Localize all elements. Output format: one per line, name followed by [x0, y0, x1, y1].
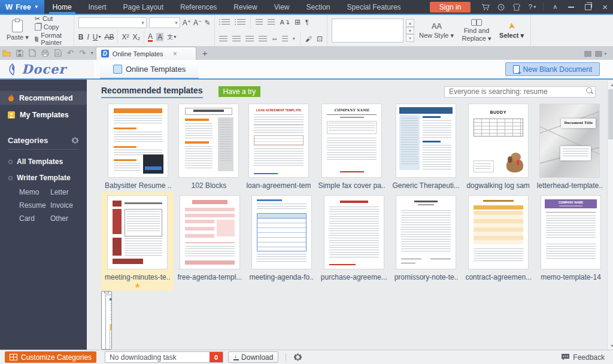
template-card[interactable]: free-agenda-templ... [174, 192, 245, 291]
settings-gear-icon[interactable] [293, 353, 302, 362]
subcategory-letter[interactable]: Letter [50, 188, 87, 196]
save-icon[interactable] [16, 50, 23, 57]
quick-access-dropdown-icon[interactable]: ▾ [91, 50, 93, 56]
close-button[interactable]: × [597, 0, 613, 14]
new-style-button[interactable]: A͘A New Style ▾ [417, 22, 456, 40]
menu-home[interactable]: Home [44, 0, 80, 14]
minimize-button[interactable] [563, 0, 579, 14]
template-card[interactable] [102, 292, 112, 350]
undo-icon[interactable]: ↶ [67, 49, 74, 57]
borders-button[interactable]: ⊡ [317, 35, 323, 43]
insert-table-icon[interactable]: ⊞ [295, 18, 301, 26]
increase-indent-button[interactable] [268, 19, 275, 25]
print-icon[interactable] [41, 50, 49, 57]
menu-references[interactable]: References [172, 0, 225, 14]
app-menu-button[interactable]: W Free ▼ [0, 0, 44, 14]
updates-icon[interactable] [493, 0, 509, 14]
cart-icon[interactable] [478, 0, 493, 14]
online-templates-page-tab[interactable]: Online Templates [100, 60, 199, 78]
template-card[interactable]: Document Title letterhead-template.. [533, 101, 606, 190]
underline-button[interactable]: U▾ [93, 33, 101, 41]
align-left-button[interactable] [219, 36, 227, 42]
skins-icon[interactable] [509, 0, 524, 14]
menu-page-layout[interactable]: Page Layout [115, 0, 172, 14]
favorite-star-icon[interactable]: ★ [134, 281, 141, 290]
download-button[interactable]: Download [228, 351, 278, 363]
export-pdf-icon[interactable] [29, 49, 36, 57]
new-tab-button[interactable]: + [196, 48, 214, 58]
have-a-try-button[interactable]: Have a try [219, 86, 261, 97]
close-tab-icon[interactable]: × [173, 50, 177, 58]
sidebar-item-all-templates[interactable]: All Templates [0, 157, 87, 166]
font-color-button[interactable]: A [148, 33, 153, 42]
increase-font-button[interactable]: A⁺ [183, 19, 191, 27]
align-center-button[interactable] [232, 36, 241, 42]
restore-button[interactable] [579, 0, 597, 14]
format-painter-button[interactable]: Format Painter [35, 32, 69, 46]
vertical-scrollbar[interactable]: ▲ ▼ [607, 80, 613, 350]
template-card[interactable]: Generic Therapeuti... [389, 101, 463, 190]
redo-icon[interactable]: ↷ [79, 49, 86, 57]
phonetic-guide-button[interactable]: 文▾ [167, 33, 176, 41]
menu-review[interactable]: Review [225, 0, 265, 14]
bold-button[interactable]: B [78, 33, 84, 41]
font-size-select[interactable]: ▾ [149, 17, 180, 28]
text-direction-button[interactable]: A↴ [280, 19, 290, 26]
online-templates-tab[interactable]: D Online Templates × [96, 47, 196, 60]
paragraph-mark-button[interactable]: ¶ [305, 19, 308, 26]
subcategory-memo[interactable]: Memo [19, 188, 50, 196]
distribute-button[interactable]: ⇿ [272, 36, 277, 43]
subscript-button[interactable]: X₂ [132, 33, 140, 41]
new-blank-document-button[interactable]: New Blank Document [505, 62, 600, 76]
template-card[interactable]: Babysitter Resume .. [101, 101, 175, 190]
shading-button[interactable]: 🖌 [305, 35, 312, 43]
subcategory-resume[interactable]: Resume [19, 201, 50, 210]
align-right-button[interactable] [245, 36, 254, 42]
categories-gear-icon[interactable] [71, 136, 79, 144]
menu-section[interactable]: Section [298, 0, 339, 14]
tab-list-icon[interactable] [584, 51, 591, 57]
switch-window-icon[interactable] [595, 51, 602, 57]
template-card[interactable]: COMPANY NAME Simple fax cover pa.. [314, 101, 389, 190]
template-card[interactable]: 102 Blocks [175, 101, 242, 190]
sidebar-item-my-templates[interactable]: My Templates [0, 108, 87, 122]
strikethrough-button[interactable]: AB [104, 33, 114, 41]
scroll-up-icon[interactable]: ▲ [608, 80, 613, 89]
line-spacing-button[interactable] [282, 36, 288, 42]
styles-scroll[interactable]: ▲▼▾ [406, 19, 414, 42]
customize-categories-button[interactable]: Customize Categories [5, 351, 96, 363]
styles-gallery[interactable] [332, 19, 403, 43]
font-name-select[interactable]: ▾ [78, 17, 147, 28]
template-card[interactable]: contract-agreemen... [462, 192, 535, 291]
template-card[interactable]: purchase-agreeme... [317, 192, 391, 291]
menu-special-features[interactable]: Special Features [339, 0, 409, 14]
select-button[interactable]: ➤ Select ▾ [497, 22, 526, 40]
decrease-font-button[interactable]: A⁻ [193, 19, 202, 27]
open-icon[interactable] [2, 50, 11, 57]
scrollbar-thumb[interactable] [608, 89, 613, 139]
menu-insert[interactable]: Insert [80, 0, 115, 14]
feedback-button[interactable]: Feedback [561, 353, 605, 362]
subcategory-card[interactable]: Card [19, 214, 50, 223]
template-card[interactable]: LOAN AGREEMENT TEMPLATE loan-agreement-t… [242, 101, 314, 190]
decrease-indent-button[interactable] [256, 19, 263, 25]
clear-format-button[interactable]: ✎ [204, 19, 210, 27]
italic-button[interactable]: I [87, 33, 89, 41]
scroll-down-icon[interactable]: ▼ [608, 341, 613, 350]
menu-view[interactable]: View [266, 0, 298, 14]
collapse-ribbon-button[interactable]: ∧ [547, 0, 563, 14]
numbered-list-button[interactable] [235, 19, 245, 25]
template-card[interactable]: BUDDY dogwalking log sam [463, 101, 533, 190]
help-icon[interactable]: ? ▾ [524, 0, 539, 14]
sign-in-button[interactable]: Sign in [430, 2, 471, 13]
superscript-button[interactable]: X² [122, 33, 129, 41]
copy-button[interactable]: Copy [35, 23, 69, 31]
cut-button[interactable]: ✂Cut [35, 15, 69, 22]
subcategory-invoice[interactable]: Invoice [50, 201, 87, 210]
highlight-button[interactable]: A [156, 33, 163, 41]
search-input[interactable] [444, 86, 596, 98]
find-replace-button[interactable]: Find and Replace ▾ [459, 19, 494, 42]
sidebar-item-recommended[interactable]: Recommended [0, 91, 87, 105]
paste-button[interactable]: Paste ▾ [4, 20, 31, 41]
search-icon[interactable] [586, 87, 592, 93]
